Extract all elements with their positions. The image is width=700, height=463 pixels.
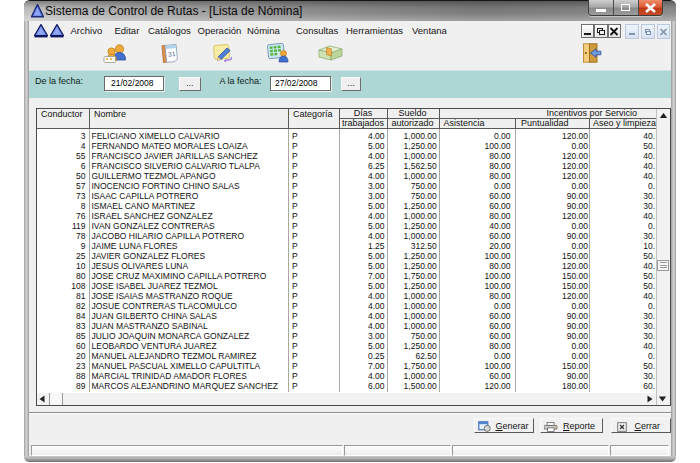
svg-text:31: 31 — [168, 50, 176, 58]
